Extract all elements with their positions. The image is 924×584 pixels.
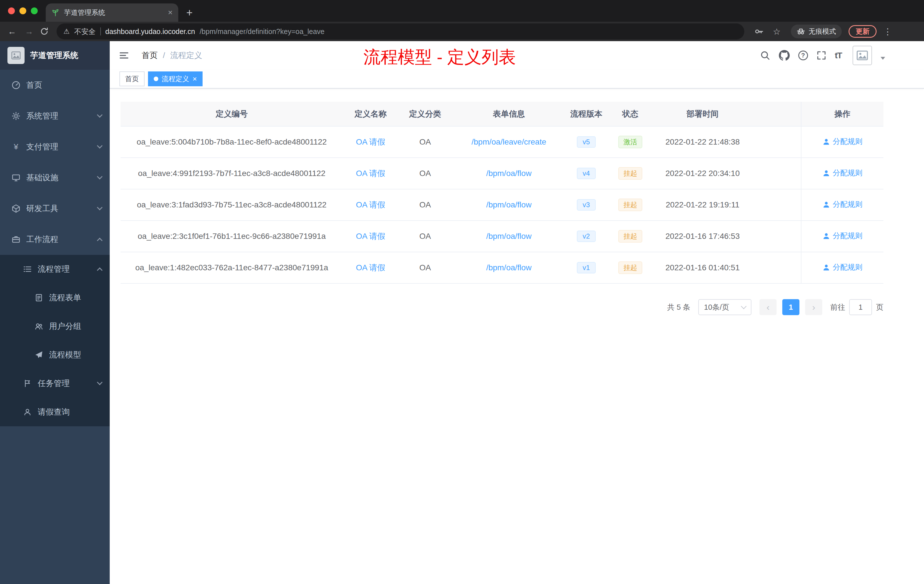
sidebar-logo-row[interactable]: 芋道管理系统 (0, 41, 110, 70)
version-badge: v2 (577, 231, 596, 242)
bookmark-star-icon[interactable]: ☆ (773, 26, 780, 36)
column-header: 状态 (607, 102, 654, 126)
assign-rule-button[interactable]: 分配规则 (823, 200, 863, 210)
tag-home[interactable]: 首页 (119, 71, 145, 86)
table-row: oa_leave:4:991f2193-7b7f-11ec-a3c8-acde4… (120, 158, 883, 189)
font-size-icon[interactable]: tT (835, 51, 842, 60)
next-page-button[interactable]: › (805, 299, 822, 315)
pagination-total: 共 5 条 (667, 302, 690, 312)
cell-deploy-time: 2022-01-22 19:19:11 (654, 189, 751, 221)
cell-filler (751, 126, 801, 158)
browser-menu-icon[interactable]: ⋮ (883, 26, 892, 36)
cell-definition-id: oa_leave:2:3c1f0ef1-76b1-11ec-9c66-a2380… (120, 221, 343, 252)
url-divider (100, 27, 101, 35)
sidebar-item-task-management[interactable]: 任务管理 (0, 369, 110, 398)
password-key-icon[interactable] (754, 27, 764, 36)
window-zoom-button[interactable] (31, 7, 38, 14)
new-tab-button[interactable]: + (186, 7, 193, 19)
sidebar-item-payment[interactable]: ¥ 支付管理 (0, 132, 110, 162)
avatar-caret-icon[interactable] (881, 57, 885, 60)
column-header: 表单信息 (452, 102, 566, 126)
assign-rule-label: 分配规则 (833, 137, 863, 147)
chevron-down-icon (97, 112, 102, 118)
main-area: 首页 / 流程定义 流程模型 - 定义列表 ? tT (110, 41, 924, 584)
cell-category: OA (398, 221, 452, 252)
cell-filler (751, 189, 801, 221)
form-link[interactable]: /bpm/oa/leave/create (472, 137, 546, 146)
sidebar-item-workflow[interactable]: 工作流程 (0, 224, 110, 255)
column-header: 定义编号 (120, 102, 343, 126)
sidebar-item-process-form[interactable]: 流程表单 (0, 284, 110, 312)
form-link[interactable]: /bpm/oa/flow (486, 263, 532, 272)
address-bar[interactable]: ⚠ 不安全 dashboard.yudao.iocoder.cn/bpm/man… (56, 23, 744, 40)
sidebar-item-label: 基础设施 (26, 172, 92, 183)
table-row: oa_leave:5:004b710b-7b8a-11ec-8ef0-acde4… (120, 126, 883, 158)
sidebar-item-process-management[interactable]: 流程管理 (0, 255, 110, 284)
column-header: 操作 (801, 102, 883, 126)
definition-name-link[interactable]: OA 请假 (356, 169, 385, 178)
tag-active-dot (154, 77, 158, 81)
sidebar-item-label: 系统管理 (26, 111, 92, 121)
search-icon[interactable] (760, 50, 770, 61)
tab-close-icon[interactable]: × (168, 8, 173, 17)
page-size-select[interactable]: 10条/页 (698, 299, 751, 315)
goto-page-input[interactable] (849, 299, 872, 315)
form-link[interactable]: /bpm/oa/flow (486, 232, 532, 241)
definition-name-link[interactable]: OA 请假 (356, 200, 385, 209)
window-close-button[interactable] (8, 7, 15, 14)
cell-deploy-time: 2022-01-16 01:40:51 (654, 252, 751, 284)
sidebar-item-user-group[interactable]: 用户分组 (0, 312, 110, 341)
chevron-down-icon (97, 143, 102, 148)
sidebar-item-leave-query[interactable]: 请假查询 (0, 398, 110, 426)
breadcrumb-home[interactable]: 首页 (142, 50, 158, 61)
sidebar-item-label: 流程模型 (49, 350, 102, 360)
definition-name-link[interactable]: OA 请假 (356, 232, 385, 241)
tag-close-icon[interactable]: × (193, 75, 197, 82)
paper-plane-icon (34, 350, 43, 360)
browser-tab[interactable]: 芋道管理系统 × (46, 3, 178, 22)
assign-rule-button[interactable]: 分配规则 (823, 262, 863, 272)
form-link[interactable]: /bpm/oa/flow (486, 169, 532, 178)
back-button[interactable]: ← (5, 26, 20, 36)
assign-rule-label: 分配规则 (833, 200, 863, 210)
sidebar-item-system[interactable]: 系统管理 (0, 101, 110, 132)
column-header: 流程版本 (566, 102, 607, 126)
workflow-submenu: 流程管理 流程表单 用户分组 流程模型 (0, 255, 110, 426)
forward-button[interactable]: → (22, 26, 36, 36)
cell-category: OA (398, 158, 452, 189)
assign-rule-button[interactable]: 分配规则 (823, 231, 863, 241)
chevron-down-icon (741, 304, 747, 309)
help-icon[interactable]: ? (798, 51, 808, 60)
assign-rule-button[interactable]: 分配规则 (823, 168, 863, 178)
reload-button[interactable] (40, 27, 49, 36)
cell-definition-id: oa_leave:1:482ec033-762a-11ec-8477-a2380… (120, 252, 343, 284)
page-size-value: 10条/页 (704, 302, 729, 312)
page-1-button[interactable]: 1 (782, 299, 799, 315)
hamburger-icon[interactable] (119, 50, 129, 61)
cell-category: OA (398, 189, 452, 221)
column-header: 部署时间 (654, 102, 751, 126)
sidebar-item-infrastructure[interactable]: 基础设施 (0, 162, 110, 193)
security-label[interactable]: 不安全 (74, 27, 96, 36)
breadcrumb: 首页 / 流程定义 (142, 50, 202, 61)
user-avatar[interactable] (853, 46, 872, 65)
sidebar-item-devtools[interactable]: 研发工具 (0, 193, 110, 224)
github-icon[interactable] (779, 50, 790, 61)
definition-name-link[interactable]: OA 请假 (356, 263, 385, 272)
fullscreen-icon[interactable] (817, 51, 826, 60)
cell-definition-id: oa_leave:5:004b710b-7b8a-11ec-8ef0-acde4… (120, 126, 343, 158)
chevron-up-icon (97, 238, 102, 243)
form-link[interactable]: /bpm/oa/flow (486, 200, 532, 209)
sidebar-item-home[interactable]: 首页 (0, 70, 110, 101)
sidebar-item-label: 研发工具 (26, 203, 92, 214)
definition-name-link[interactable]: OA 请假 (356, 137, 385, 146)
update-button[interactable]: 更新 (848, 25, 876, 38)
sidebar-item-process-model[interactable]: 流程模型 (0, 341, 110, 369)
cell-category: OA (398, 126, 452, 158)
tag-process-definition[interactable]: 流程定义 × (148, 71, 203, 86)
window-minimize-button[interactable] (20, 7, 26, 14)
chevron-up-icon (97, 267, 102, 273)
assign-rule-button[interactable]: 分配规则 (823, 137, 863, 147)
yen-icon: ¥ (12, 142, 21, 152)
prev-page-button[interactable]: ‹ (759, 299, 777, 315)
